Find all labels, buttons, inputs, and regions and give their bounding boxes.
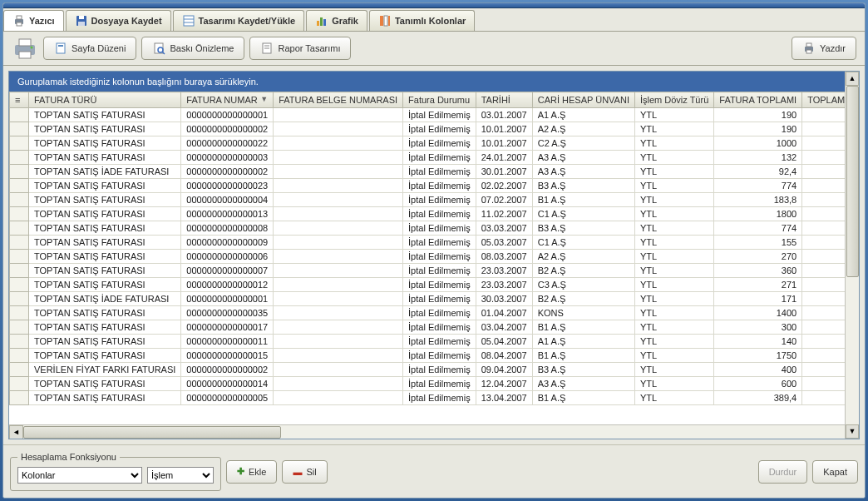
yazdir-button[interactable]: Yazdır bbox=[792, 37, 856, 60]
table-cell[interactable] bbox=[274, 377, 403, 391]
table-cell[interactable]: YTL bbox=[634, 306, 713, 320]
table-cell[interactable]: 271 bbox=[714, 278, 802, 292]
table-cell[interactable]: TOPTAN SATIŞ FATURASI bbox=[29, 193, 181, 207]
table-cell[interactable]: 23.03.2007 bbox=[476, 278, 532, 292]
row-indicator[interactable] bbox=[10, 221, 29, 236]
durdur-button[interactable]: Durdur bbox=[758, 460, 808, 484]
table-cell[interactable]: 0000000000000017 bbox=[181, 320, 274, 335]
table-cell[interactable]: İptal Edilmemiş bbox=[403, 306, 476, 320]
table-cell[interactable]: 92,4 bbox=[714, 165, 802, 179]
table-cell[interactable] bbox=[274, 179, 403, 193]
table-cell[interactable]: 0 bbox=[802, 122, 845, 136]
table-row[interactable]: TOPTAN SATIŞ FATURASI0000000000000023İpt… bbox=[10, 179, 846, 193]
table-cell[interactable]: YTL bbox=[634, 264, 713, 278]
table-cell[interactable]: YTL bbox=[634, 349, 713, 363]
table-cell[interactable]: 0 bbox=[802, 320, 845, 335]
table-cell[interactable]: 0000000000000022 bbox=[181, 136, 274, 151]
table-cell[interactable]: 0000000000000015 bbox=[181, 349, 274, 363]
table-cell[interactable]: İptal Edilmemiş bbox=[403, 250, 476, 264]
table-cell[interactable] bbox=[274, 292, 403, 306]
table-cell[interactable]: TOPTAN SATIŞ FATURASI bbox=[29, 278, 181, 292]
row-indicator[interactable] bbox=[10, 108, 29, 122]
table-row[interactable]: TOPTAN SATIŞ FATURASI0000000000000035İpt… bbox=[10, 306, 846, 320]
table-cell[interactable]: B1 A.Ş bbox=[532, 391, 634, 405]
row-indicator[interactable] bbox=[10, 335, 29, 349]
ekle-button[interactable]: ✚ Ekle bbox=[226, 460, 277, 484]
table-cell[interactable]: İptal Edilmemiş bbox=[403, 278, 476, 292]
table-cell[interactable]: TOPTAN SATIŞ FATURASI bbox=[29, 122, 181, 136]
table-cell[interactable]: 05.03.2007 bbox=[476, 236, 532, 250]
vertical-scrollbar[interactable]: ▲ ▼ bbox=[845, 72, 859, 439]
table-cell[interactable]: 360 bbox=[714, 264, 802, 278]
table-cell[interactable]: 0000000000000002 bbox=[181, 122, 274, 136]
table-row[interactable]: TOPTAN SATIŞ İADE FATURASI00000000000000… bbox=[10, 292, 846, 306]
table-cell[interactable]: 155 bbox=[714, 236, 802, 250]
table-cell[interactable]: YTL bbox=[634, 236, 713, 250]
table-cell[interactable]: TOPTAN SATIŞ FATURASI bbox=[29, 151, 181, 165]
table-cell[interactable]: İptal Edilmemiş bbox=[403, 349, 476, 363]
table-cell[interactable]: 0000000000000005 bbox=[181, 391, 274, 405]
row-indicator[interactable] bbox=[10, 264, 29, 278]
table-row[interactable]: TOPTAN SATIŞ FATURASI0000000000000003İpt… bbox=[10, 151, 846, 165]
row-selector-header[interactable]: ≡ bbox=[10, 92, 29, 108]
table-row[interactable]: TOPTAN SATIŞ FATURASI0000000000000002İpt… bbox=[10, 122, 846, 136]
row-indicator[interactable] bbox=[10, 250, 29, 264]
table-cell[interactable]: 30.03.2007 bbox=[476, 292, 532, 306]
column-header[interactable]: TOPLAM İNDİRİM bbox=[802, 92, 845, 108]
table-cell[interactable]: 400 bbox=[714, 363, 802, 377]
table-cell[interactable]: YTL bbox=[634, 363, 713, 377]
grid-scroll[interactable]: ≡ FATURA TÜRÜFATURA NUMAR▼FATURA BELGE N… bbox=[9, 92, 845, 424]
table-cell[interactable]: 0 bbox=[802, 306, 845, 320]
table-cell[interactable]: 1800 bbox=[714, 207, 802, 221]
table-row[interactable]: TOPTAN SATIŞ FATURASI0000000000000007İpt… bbox=[10, 264, 846, 278]
row-indicator[interactable] bbox=[10, 278, 29, 292]
table-cell[interactable]: 01.04.2007 bbox=[476, 306, 532, 320]
table-cell[interactable]: TOPTAN SATIŞ İADE FATURASI bbox=[29, 165, 181, 179]
table-cell[interactable]: C3 A.Ş bbox=[532, 278, 634, 292]
column-header[interactable]: Fatura Durumu bbox=[403, 92, 476, 108]
table-cell[interactable]: 389,4 bbox=[714, 391, 802, 405]
table-row[interactable]: TOPTAN SATIŞ FATURASI0000000000000009İpt… bbox=[10, 236, 846, 250]
table-row[interactable]: VERİLEN FİYAT FARKI FATURASI000000000000… bbox=[10, 363, 846, 377]
table-cell[interactable]: İptal Edilmemiş bbox=[403, 335, 476, 349]
sayfa-duzeni-button[interactable]: Sayfa Düzeni bbox=[43, 37, 136, 60]
table-cell[interactable]: TOPTAN SATIŞ FATURASI bbox=[29, 221, 181, 236]
table-cell[interactable]: TOPTAN SATIŞ FATURASI bbox=[29, 320, 181, 335]
table-cell[interactable] bbox=[274, 363, 403, 377]
table-cell[interactable]: 0000000000000003 bbox=[181, 151, 274, 165]
table-cell[interactable]: YTL bbox=[634, 377, 713, 391]
table-cell[interactable]: 0 bbox=[802, 151, 845, 165]
table-cell[interactable]: YTL bbox=[634, 221, 713, 236]
table-cell[interactable]: 02.02.2007 bbox=[476, 179, 532, 193]
table-cell[interactable]: 0 bbox=[802, 264, 845, 278]
rapor-tasarimi-button[interactable]: Rapor Tasarımı bbox=[249, 37, 351, 60]
table-cell[interactable]: 0 bbox=[802, 236, 845, 250]
table-cell[interactable]: YTL bbox=[634, 320, 713, 335]
table-cell[interactable]: TOPTAN SATIŞ FATURASI bbox=[29, 335, 181, 349]
table-cell[interactable] bbox=[274, 165, 403, 179]
table-cell[interactable] bbox=[274, 320, 403, 335]
table-cell[interactable]: 0000000000000007 bbox=[181, 264, 274, 278]
table-cell[interactable]: İptal Edilmemiş bbox=[403, 165, 476, 179]
table-cell[interactable]: C1 A.Ş bbox=[532, 236, 634, 250]
table-row[interactable]: TOPTAN SATIŞ FATURASI0000000000000022İpt… bbox=[10, 136, 846, 151]
table-cell[interactable]: 24.01.2007 bbox=[476, 151, 532, 165]
table-row[interactable]: TOPTAN SATIŞ FATURASI0000000000000005İpt… bbox=[10, 391, 846, 405]
table-cell[interactable]: A2 A.Ş bbox=[532, 122, 634, 136]
table-cell[interactable]: 10.01.2007 bbox=[476, 122, 532, 136]
row-indicator[interactable] bbox=[10, 320, 29, 335]
table-cell[interactable]: 0 bbox=[802, 165, 845, 179]
row-indicator[interactable] bbox=[10, 122, 29, 136]
table-cell[interactable]: B2 A.Ş bbox=[532, 264, 634, 278]
table-cell[interactable]: 09.04.2007 bbox=[476, 363, 532, 377]
table-row[interactable]: TOPTAN SATIŞ FATURASI0000000000000006İpt… bbox=[10, 250, 846, 264]
table-cell[interactable]: 0 bbox=[802, 391, 845, 405]
row-indicator[interactable] bbox=[10, 292, 29, 306]
scroll-track-h[interactable] bbox=[23, 425, 845, 439]
table-cell[interactable]: İptal Edilmemiş bbox=[403, 193, 476, 207]
row-indicator[interactable] bbox=[10, 136, 29, 151]
table-cell[interactable] bbox=[274, 193, 403, 207]
table-cell[interactable]: 0000000000000006 bbox=[181, 250, 274, 264]
table-cell[interactable]: 0000000000000023 bbox=[181, 179, 274, 193]
table-cell[interactable]: 0 bbox=[802, 377, 845, 391]
